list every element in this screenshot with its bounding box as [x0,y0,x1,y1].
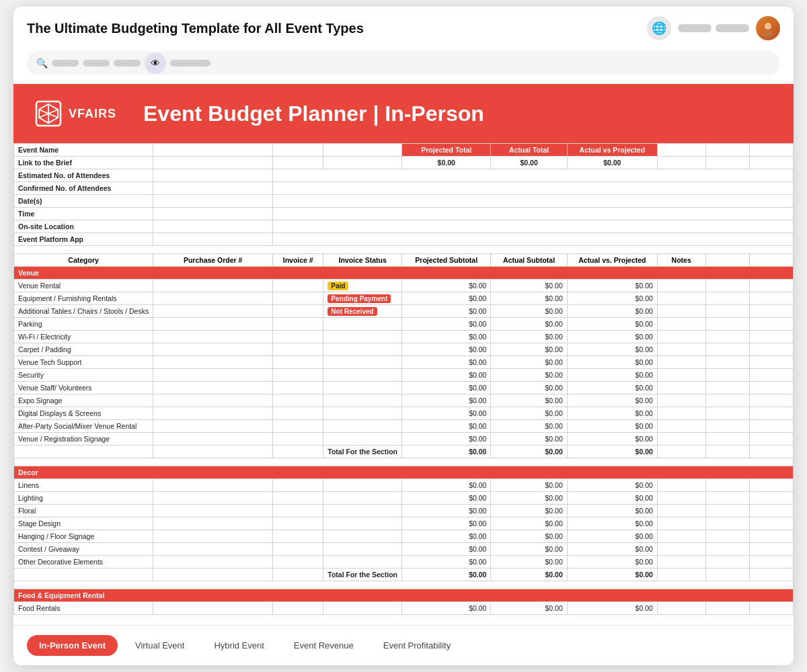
venue-row-10[interactable]: Digital Displays & Screens $0.00 $0.00 $… [14,407,794,420]
section-decor-label: Decor [14,466,794,479]
info-row-8: Event Platform App [14,233,794,246]
total-vs: $0.00 [567,157,657,169]
row-name: Linens [14,479,153,492]
decor-row-1[interactable]: Lighting $0.00 $0.00 $0.00 [14,492,794,505]
food-row-0[interactable]: Food Rentals $0.00 $0.00 $0.00 [14,602,794,615]
col-status: Invoice Status [323,254,402,267]
value-location[interactable] [153,220,273,233]
svg-point-0 [765,23,771,30]
value-link[interactable] [153,157,273,169]
venue-row-1[interactable]: Equipment / Furnishing Rentals Pending P… [14,292,794,305]
label-est-attendees: Estimated No. of Attendees [14,169,153,182]
row-name: Venue Staff/ Volunteers [14,382,153,394]
tab-revenue[interactable]: Event Revenue [282,635,366,656]
venue-row-6[interactable]: Venue Tech Support $0.00 $0.00 $0.00 [14,356,794,369]
decor-total-label: Total For the Section [323,569,402,581]
spacer-row [14,246,794,254]
row-name: Venue Rental [14,280,153,292]
browser-controls: 🌐 [647,16,780,40]
status-not-received: Not Received [328,307,377,316]
section-food-label: Food & Equipment Rental [14,589,794,602]
col-po: Purchase Order # [153,254,273,267]
avatar[interactable] [756,16,780,40]
decor-row-4[interactable]: Hanging / Floor Signage $0.00 $0.00 $0.0… [14,530,794,543]
grid-area: Event Name Projected Total Actual Total … [13,143,794,615]
col-invoice: Invoice # [273,254,323,267]
header-actual: Actual Total [491,144,567,157]
col-category: Category [14,254,153,267]
toolbar-placeholder-4 [170,60,210,67]
venue-row-8[interactable]: Venue Staff/ Volunteers $0.00 $0.00 $0.0… [14,382,794,394]
toolbar-placeholder-2 [83,60,110,67]
info-table: Event Name Projected Total Actual Total … [13,143,794,615]
row-name: Expo Signage [14,394,153,407]
status-pending: Pending Payment [328,294,391,303]
header-vs: Actual vs Projected [567,144,657,157]
col-actual-sub: Actual Subtotal [491,254,567,267]
decor-row-3[interactable]: Stage Design $0.00 $0.00 $0.00 [14,517,794,530]
col-header-row: Category Purchase Order # Invoice # Invo… [14,254,794,267]
venue-row-3[interactable]: Parking $0.00 $0.00 $0.00 [14,318,794,331]
tab-virtual[interactable]: Virtual Event [123,635,196,656]
venue-row-12[interactable]: Venue / Registration Signage $0.00 $0.00… [14,433,794,446]
row-name: Contest / Giveaway [14,543,153,556]
spreadsheet-container: vFAIRS Event Budget Planner | In-Person [13,84,794,625]
row-name: Security [14,369,153,382]
row-name: After-Party Social/Mixer Venue Rental [14,420,153,433]
label-time: Time [14,208,153,220]
label-platform: Event Platform App [14,233,153,246]
nav-pill-1 [678,24,712,32]
venue-row-9[interactable]: Expo Signage $0.00 $0.00 $0.00 [14,394,794,407]
vfairs-logo: vFAIRS [34,99,116,128]
label-event-name: Event Name [14,144,153,157]
decor-row-5[interactable]: Contest / Giveaway $0.00 $0.00 $0.00 [14,543,794,556]
venue-row-4[interactable]: Wi-Fi / Electricity $0.00 $0.00 $0.00 [14,331,794,343]
info-row-6: Time [14,208,794,220]
value-est-attendees[interactable] [153,169,273,182]
toolbar-placeholder-3 [114,60,141,67]
row-name: Hanging / Floor Signage [14,530,153,543]
venue-row-0[interactable]: Venue Rental Paid $0.00 $0.00 $0.00 [14,280,794,292]
eye-icon[interactable]: 👁 [145,52,166,74]
col-notes: Notes [657,254,705,267]
value-time[interactable] [153,208,273,220]
value-event-name[interactable] [153,144,273,157]
decor-total-vs: $0.00 [567,569,657,581]
decor-row-0[interactable]: Linens $0.00 $0.00 $0.00 [14,479,794,492]
nav-pill-2 [716,24,749,32]
value-platform[interactable] [153,233,273,246]
search-icon: 🔍 [36,58,48,69]
row-name: Additional Tables / Chairs / Stools / De… [14,305,153,318]
section-food-header: Food & Equipment Rental [14,589,794,602]
info-row-2: Link to the Brief $0.00 $0.00 $0.00 [14,157,794,169]
globe-icon[interactable]: 🌐 [647,16,671,40]
value-conf-attendees[interactable] [153,182,273,195]
vfairs-logo-icon [34,99,63,128]
section-venue-label: Venue [14,267,794,280]
decor-total-row: Total For the Section $0.00 $0.00 $0.00 [14,569,794,581]
search-bar[interactable]: 🔍 👁 [27,51,780,75]
toolbar-placeholder-1 [52,60,79,67]
venue-total-vs: $0.00 [567,446,657,458]
spreadsheet-banner: vFAIRS Event Budget Planner | In-Person [13,84,794,143]
value-dates[interactable] [153,195,273,208]
row-name: Wi-Fi / Electricity [14,331,153,343]
row-name: Digital Displays & Screens [14,407,153,420]
spacer-2 [14,458,794,466]
tab-in-person[interactable]: In-Person Event [27,635,118,656]
decor-row-2[interactable]: Floral $0.00 $0.00 $0.00 [14,505,794,517]
venue-row-7[interactable]: Security $0.00 $0.00 $0.00 [14,369,794,382]
venue-total-proj: $0.00 [401,446,490,458]
total-actual: $0.00 [491,157,567,169]
row-name: Other Decorative Elements [14,556,153,569]
row-name: Venue / Registration Signage [14,433,153,446]
venue-row-2[interactable]: Additional Tables / Chairs / Stools / De… [14,305,794,318]
section-venue-header: Venue [14,267,794,280]
venue-row-11[interactable]: After-Party Social/Mixer Venue Rental $0… [14,420,794,433]
decor-total-actual: $0.00 [491,569,567,581]
venue-row-5[interactable]: Carpet / Padding $0.00 $0.00 $0.00 [14,343,794,356]
col-proj-sub: Projected Subtotal [401,254,490,267]
tab-hybrid[interactable]: Hybrid Event [202,635,276,656]
decor-row-6[interactable]: Other Decorative Elements $0.00 $0.00 $0… [14,556,794,569]
tab-profitability[interactable]: Event Profitability [371,635,463,656]
